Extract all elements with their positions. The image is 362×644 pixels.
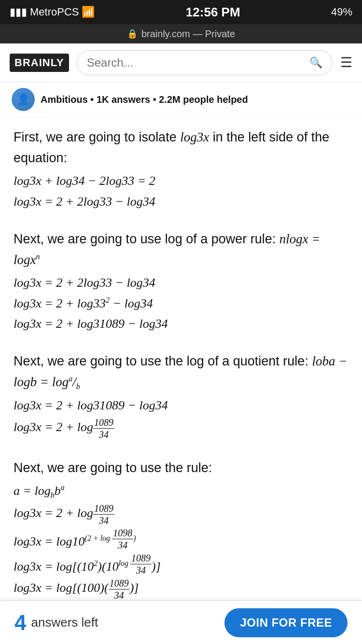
para1-text: First, we are going to isolate log3x in … [14, 127, 348, 168]
search-input[interactable] [87, 56, 305, 70]
main-content: First, we are going to isolate log3x in … [0, 117, 362, 644]
math-line-4-4: log3x = log[(100)(108934)] [14, 577, 348, 601]
math-line-2-2: log3x = 2 + log332 − log34 [14, 294, 348, 313]
paragraph-2: Next, we are going to use log of a power… [14, 229, 348, 334]
signal-icon: ▮▮▮ [10, 6, 27, 18]
answers-left-container: 4 answers left [14, 611, 98, 635]
para2-rule-math: nlogx = logxn [14, 232, 320, 267]
paragraph-1: First, we are going to isolate log3x in … [14, 127, 348, 211]
math-line-4-rule: a = logbba [14, 481, 348, 502]
status-bar: ▮▮▮ MetroPCS 📶 12:56 PM 49% [0, 0, 362, 24]
url-text: brainly.com — Private [141, 28, 235, 40]
math-line-3-1: log3x = 2 + log31089 − log34 [14, 396, 348, 415]
wifi-icon: 📶 [82, 6, 95, 18]
paragraph-3: Next, we are going to use the log of a q… [14, 351, 348, 440]
user-rank: Ambitious [41, 94, 88, 105]
status-left: ▮▮▮ MetroPCS 📶 [10, 6, 95, 18]
fraction-1089-34: 108934 [93, 417, 114, 440]
para3-text: Next, we are going to use the log of a q… [14, 351, 348, 393]
dot-separator2: • [153, 94, 159, 105]
carrier-name: MetroPCS [30, 6, 79, 18]
helped-count: 2.2M people helped [159, 94, 248, 105]
math-line-1-1: log3x + log34 − 2log33 = 2 [14, 171, 348, 191]
para4-text: Next, we are going to use the rule: [14, 458, 348, 478]
math-line-2-3: log3x = 2 + log31089 − log34 [14, 314, 348, 334]
answer-count: 1K answers [97, 94, 150, 105]
url-bar: 🔒 brainly.com — Private [0, 24, 362, 43]
answers-label: answers left [31, 615, 98, 630]
dot-separator: • [90, 94, 97, 105]
math-line-4-2: log3x = log10(2 + log 109834) [14, 527, 348, 551]
math-line-4-1: log3x = 2 + log108934 [14, 503, 348, 526]
user-badge: 👤 Ambitious • 1K answers • 2.2M people h… [0, 82, 362, 117]
nav-bar: BRAINLY 🔍 ☰ [0, 43, 362, 82]
lock-icon: 🔒 [127, 28, 138, 39]
para2-text: Next, we are going to use log of a power… [14, 229, 348, 270]
para1-inline-math: log3x [180, 130, 209, 144]
fraction-4-4: 108934 [109, 577, 130, 601]
fraction-4-1: 108934 [93, 503, 114, 526]
brainly-logo[interactable]: BRAINLY [10, 54, 69, 72]
fraction-4-3: 108934 [130, 552, 152, 576]
status-time: 12:56 PM [186, 5, 240, 20]
answers-count: 4 [14, 611, 26, 635]
fraction-4-2: 109834 [112, 527, 133, 551]
math-line-3-2: log3x = 2 + log108934 [14, 417, 348, 440]
math-line-1-2: log3x = 2 + 2log33 − log34 [14, 192, 348, 211]
battery-indicator: 49% [331, 6, 352, 18]
search-bar-container[interactable]: 🔍 [77, 50, 333, 75]
menu-icon[interactable]: ☰ [340, 55, 352, 70]
math-line-2-1: log3x = 2 + 2log33 − log34 [14, 273, 348, 293]
bottom-bar: 4 answers left JOIN FOR FREE [0, 601, 362, 644]
user-stats: Ambitious • 1K answers • 2.2M people hel… [41, 94, 248, 105]
join-for-free-button[interactable]: JOIN FOR FREE [224, 608, 348, 637]
search-icon: 🔍 [309, 56, 322, 69]
math-line-4-3: log3x = log[(102)(10log 108934)] [14, 552, 348, 576]
para3-rule-math: loba − logb = loga/b [14, 354, 347, 389]
avatar: 👤 [12, 88, 35, 111]
